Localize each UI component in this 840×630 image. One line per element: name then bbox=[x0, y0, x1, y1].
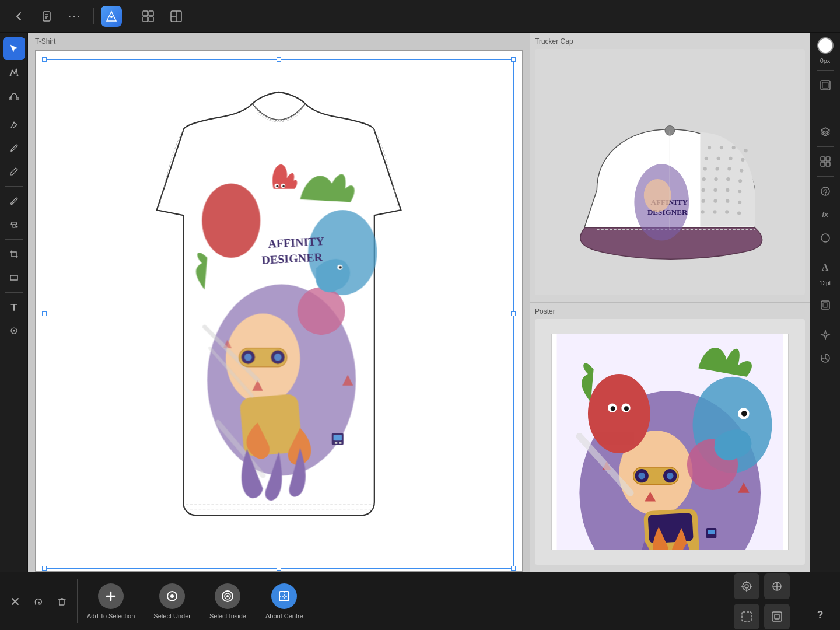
layout-button[interactable] bbox=[164, 5, 188, 28]
add-to-selection-icon bbox=[98, 583, 124, 609]
select-area-button[interactable] bbox=[764, 604, 790, 629]
poster-label: Poster bbox=[535, 307, 805, 316]
svg-point-72 bbox=[726, 177, 730, 181]
tool-separator-4 bbox=[5, 292, 23, 293]
about-centre-label: About Centre bbox=[265, 612, 303, 620]
svg-rect-44 bbox=[340, 442, 342, 444]
svg-point-74 bbox=[702, 188, 705, 192]
paint-bucket-tool[interactable] bbox=[3, 214, 25, 236]
svg-point-91 bbox=[644, 179, 671, 212]
svg-rect-121 bbox=[826, 157, 830, 161]
export-button[interactable] bbox=[814, 294, 836, 316]
select-tool[interactable] bbox=[3, 37, 25, 60]
pencil-tool[interactable] bbox=[3, 160, 25, 183]
svg-point-19 bbox=[13, 122, 15, 124]
delete-tool-btn[interactable] bbox=[51, 591, 72, 612]
svg-point-124 bbox=[825, 194, 826, 195]
svg-point-100 bbox=[667, 473, 674, 480]
bottom-left-tools bbox=[0, 572, 77, 630]
svg-point-15 bbox=[15, 69, 17, 71]
right-panel: Trucker Cap bbox=[530, 33, 810, 572]
add-to-selection-button[interactable]: Add To Selection bbox=[78, 579, 144, 624]
svg-point-70 bbox=[702, 177, 706, 181]
eyedropper-tool[interactable] bbox=[3, 190, 25, 212]
svg-point-84 bbox=[725, 210, 729, 214]
history-button[interactable] bbox=[814, 347, 836, 369]
color-panel-button[interactable] bbox=[814, 97, 836, 120]
separator-2 bbox=[129, 8, 130, 24]
canvas-frame: AFFINITY DESIGNER bbox=[35, 50, 523, 572]
text-tool[interactable] bbox=[3, 296, 25, 318]
app-logo bbox=[101, 6, 122, 27]
crosshair-button[interactable] bbox=[764, 573, 790, 599]
help-label: ? bbox=[817, 609, 824, 621]
artboards-button[interactable] bbox=[814, 150, 836, 173]
svg-point-81 bbox=[738, 201, 741, 204]
rectangle-tool[interactable] bbox=[3, 267, 25, 289]
about-centre-button[interactable]: About Centre bbox=[256, 572, 313, 630]
svg-rect-122 bbox=[821, 162, 825, 166]
fx-button[interactable]: fx bbox=[814, 204, 836, 226]
svg-rect-151 bbox=[742, 612, 751, 621]
node-tool[interactable] bbox=[3, 61, 25, 83]
rt-separator-3 bbox=[817, 176, 834, 177]
select-inside-button[interactable]: Select Inside bbox=[200, 579, 256, 624]
svg-rect-6 bbox=[149, 11, 153, 16]
rt-separator-5 bbox=[817, 290, 834, 290]
color-swatch[interactable] bbox=[817, 37, 834, 54]
rt-separator-6 bbox=[817, 320, 834, 320]
pen-tool[interactable] bbox=[3, 114, 25, 136]
curve-tool[interactable] bbox=[3, 84, 25, 106]
trucker-cap-label: Trucker Cap bbox=[535, 37, 805, 46]
svg-rect-119 bbox=[822, 82, 828, 88]
svg-point-135 bbox=[170, 594, 174, 598]
svg-point-85 bbox=[737, 211, 741, 215]
svg-rect-153 bbox=[775, 614, 779, 619]
svg-point-69 bbox=[740, 169, 743, 173]
svg-point-22 bbox=[16, 226, 18, 228]
close-tool-btn[interactable] bbox=[5, 591, 26, 612]
svg-rect-7 bbox=[143, 17, 148, 22]
canvas-area[interactable]: T-Shirt bbox=[28, 33, 530, 572]
ai-button[interactable] bbox=[814, 324, 836, 346]
help-section: ? bbox=[805, 572, 840, 630]
document-button[interactable] bbox=[35, 5, 58, 28]
trucker-cap-section: Trucker Cap bbox=[530, 33, 810, 303]
more-button[interactable]: ··· bbox=[63, 5, 86, 28]
svg-point-99 bbox=[638, 473, 645, 480]
svg-point-68 bbox=[727, 167, 731, 170]
help-button[interactable]: ? bbox=[810, 604, 831, 625]
crop-tool[interactable] bbox=[3, 243, 25, 265]
svg-rect-117 bbox=[708, 530, 715, 534]
select-under-button[interactable]: Select Under bbox=[144, 579, 200, 624]
svg-point-82 bbox=[701, 210, 705, 214]
svg-rect-130 bbox=[60, 600, 64, 605]
lasso-tool-btn[interactable] bbox=[28, 591, 49, 612]
svg-rect-8 bbox=[149, 17, 153, 22]
corner-tool[interactable] bbox=[3, 320, 25, 342]
poster-preview bbox=[535, 319, 805, 565]
brush-tool[interactable] bbox=[3, 137, 25, 159]
svg-point-65 bbox=[741, 158, 744, 162]
back-button[interactable] bbox=[7, 5, 30, 28]
adjustments-button[interactable] bbox=[814, 227, 836, 249]
right-toolbar: 0px bbox=[810, 33, 840, 572]
grid-view-button[interactable] bbox=[136, 5, 160, 28]
svg-point-16 bbox=[16, 75, 18, 76]
svg-point-59 bbox=[720, 146, 723, 149]
typography-button[interactable]: A bbox=[814, 257, 836, 279]
svg-point-57 bbox=[339, 266, 342, 269]
target-button[interactable] bbox=[734, 573, 760, 599]
svg-rect-126 bbox=[821, 301, 830, 309]
svg-rect-123 bbox=[826, 162, 830, 166]
symbols-button[interactable] bbox=[814, 180, 836, 202]
navigator-button[interactable] bbox=[814, 74, 836, 96]
tool-separator-1 bbox=[5, 110, 23, 110]
poster-section: Poster bbox=[530, 303, 810, 572]
layers-panel-button[interactable] bbox=[814, 121, 836, 143]
svg-rect-43 bbox=[335, 442, 337, 444]
select-bounds-button[interactable] bbox=[734, 604, 760, 629]
select-inside-label: Select Inside bbox=[209, 612, 246, 620]
svg-point-12 bbox=[9, 75, 11, 76]
main-content: T-Shirt bbox=[0, 33, 840, 572]
